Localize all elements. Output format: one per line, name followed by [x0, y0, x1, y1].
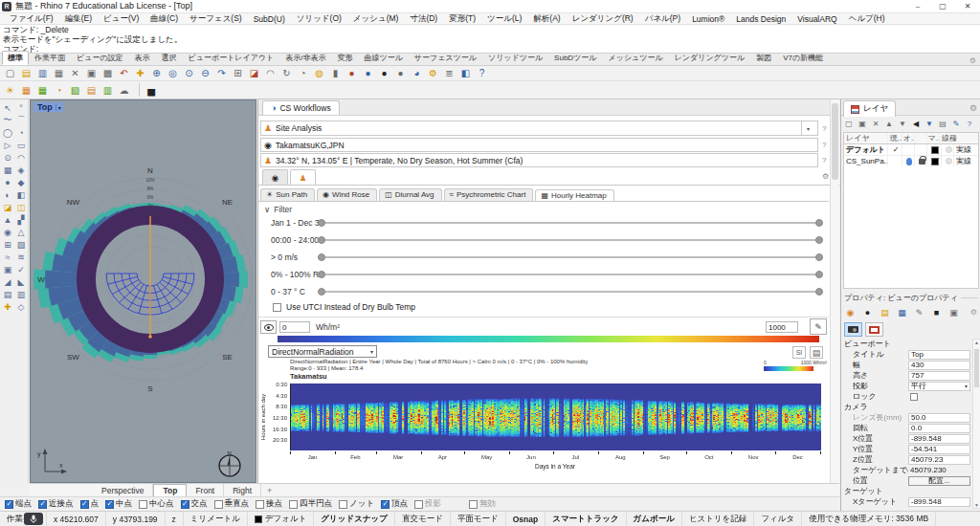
climate-subtab[interactable]: ♟: [290, 169, 316, 186]
paste-icon[interactable]: ▩: [100, 67, 115, 80]
viewport-top[interactable]: NNEESESSWWNW2%4%6%8%10% Top ▾ y x N: [30, 99, 256, 483]
cs-radiation-map-icon[interactable]: ▦: [19, 83, 33, 97]
scrollbar-thumb[interactable]: [832, 103, 838, 180]
polyline-icon[interactable]: ▷: [1, 139, 14, 151]
layers-gear-icon[interactable]: ⚙: [969, 103, 977, 113]
osnap-checkbox[interactable]: [181, 500, 189, 509]
osnap-toggle[interactable]: 端点: [5, 498, 32, 510]
slider-handle-min[interactable]: [318, 219, 325, 227]
osnap-checkbox[interactable]: [5, 500, 13, 509]
menu-item[interactable]: ツール(L): [481, 13, 527, 25]
properties-panel-icon[interactable]: ◧: [458, 67, 473, 80]
osnap-toggle[interactable]: 投影: [414, 498, 441, 510]
material-dot-icon[interactable]: [946, 158, 952, 164]
lock-icon[interactable]: [919, 159, 925, 164]
shear-icon[interactable]: ◢: [1, 275, 14, 288]
property-value[interactable]: 45079.230 ▾: [908, 466, 970, 475]
toolbar-tab[interactable]: 製図: [750, 51, 777, 65]
menu-item[interactable]: 編集(E): [59, 13, 98, 25]
point-icon[interactable]: °: [14, 101, 28, 114]
match-icon[interactable]: ≋: [14, 251, 28, 263]
menu-item[interactable]: SubD(U): [248, 14, 291, 24]
osnap-checkbox[interactable]: [289, 500, 298, 509]
osnap-toggle[interactable]: 無効: [469, 498, 496, 510]
toolbar-tab[interactable]: ビューポートレイアウト: [183, 51, 280, 65]
match-layer-icon[interactable]: ▤: [937, 119, 948, 130]
toolbar-tab[interactable]: レンダリングツール: [669, 51, 751, 65]
material-dot-icon[interactable]: [946, 146, 952, 153]
menu-item[interactable]: レンダリング(R): [567, 13, 639, 25]
scale-min-input[interactable]: 0: [279, 321, 310, 333]
layers-tab[interactable]: レイヤ: [843, 100, 896, 117]
cs-workflows-tab[interactable]: ◑ CS Workflows: [262, 100, 340, 115]
viewport-label[interactable]: Top ▾: [33, 102, 63, 112]
viewport-tab[interactable]: Right: [224, 484, 261, 496]
menu-item[interactable]: パネル(P): [639, 13, 686, 25]
options-gear-icon[interactable]: ⚙: [426, 67, 440, 80]
workflow-select[interactable]: ♟ Site Analysis ▾: [260, 121, 818, 136]
visibility-bulb-icon[interactable]: [906, 158, 912, 165]
property-value[interactable]: -899.548 ▾: [908, 497, 970, 507]
cs-daylight-icon[interactable]: ▦: [35, 83, 50, 97]
toolbar-tab[interactable]: 変形: [331, 51, 358, 65]
zoom-window-icon[interactable]: ◎: [166, 67, 180, 80]
layer-linetype[interactable]: 実線: [954, 144, 978, 155]
save-file-icon[interactable]: ▥: [35, 67, 50, 80]
display-rendered-icon[interactable]: ●: [377, 67, 391, 80]
group-icon[interactable]: ▣: [1, 263, 14, 275]
property-value[interactable]: -899.548 ▾: [908, 434, 970, 444]
move-icon[interactable]: ◔: [296, 67, 310, 80]
utci-checkbox[interactable]: [273, 303, 281, 312]
layer-color-swatch[interactable]: [931, 158, 939, 165]
cs-view-analysis-icon[interactable]: ▥: [100, 83, 115, 97]
property-value[interactable]: 50.0 ▾: [908, 413, 970, 423]
subtab-gear-icon[interactable]: ⚙: [822, 172, 829, 181]
toolbar-tab[interactable]: ソリッドツール: [482, 51, 548, 65]
status-segment[interactable]: ミリメートル: [184, 512, 248, 526]
display-shaded-icon[interactable]: ●: [361, 67, 375, 80]
rotate-view-icon[interactable]: ↻: [279, 67, 294, 80]
zoom-out-icon[interactable]: ⊖: [198, 67, 212, 80]
status-segment[interactable]: ヒストリを記録: [682, 512, 755, 526]
property-value[interactable]: ▾: [908, 392, 970, 402]
move-down-icon[interactable]: ▼: [897, 119, 908, 130]
property-value[interactable]: 430 ▾: [908, 361, 970, 370]
boolean-union-icon[interactable]: ◪: [1, 201, 14, 213]
named-views-icon[interactable]: ⊞: [231, 67, 245, 80]
status-segment[interactable]: スマートトラック: [546, 512, 626, 526]
new-layer-icon[interactable]: ▢: [843, 119, 855, 130]
chart-tab[interactable]: ◉ Wind Rose: [317, 188, 377, 201]
status-segment[interactable]: 平面モード: [451, 512, 506, 526]
cage-icon[interactable]: ▤: [1, 288, 14, 300]
toolbar-tab[interactable]: 表示/非表示: [279, 51, 331, 65]
lock-icon[interactable]: ▮: [328, 67, 343, 80]
heatmap-plot[interactable]: [290, 384, 820, 450]
slider-handle-max[interactable]: [815, 236, 823, 244]
pan-icon[interactable]: ✚: [133, 67, 147, 80]
cs-climate-icon[interactable]: ☀: [3, 83, 17, 97]
wallpaper-properties-tab[interactable]: [865, 322, 883, 337]
command-area[interactable]: コマンド: _Delete表示モードを"シェーディング"に設定しました。コマンド…: [0, 25, 980, 54]
menu-item[interactable]: ソリッド(O): [291, 13, 347, 25]
property-value[interactable]: 45079.23 ▾: [908, 455, 970, 465]
scale-visibility-button[interactable]: [260, 320, 277, 334]
menu-item[interactable]: メッシュ(M): [347, 13, 405, 25]
chamfer-icon[interactable]: ▞: [14, 213, 28, 226]
toolbar-tab[interactable]: 曲線ツール: [358, 51, 408, 65]
location-subtab[interactable]: ◉: [262, 169, 288, 186]
osnap-checkbox[interactable]: [38, 500, 47, 509]
edit-scale-button[interactable]: ✎: [810, 318, 827, 335]
status-segment[interactable]: デフォルト: [248, 512, 315, 526]
osnap-checkbox[interactable]: [469, 500, 478, 509]
osnap-checkbox[interactable]: [105, 500, 114, 509]
status-segment[interactable]: z: [166, 512, 184, 526]
scale-max-input[interactable]: 1000: [766, 321, 798, 333]
osnap-toggle[interactable]: 接点: [256, 498, 282, 510]
osnap-toggle[interactable]: ノット: [339, 498, 374, 510]
range-slider[interactable]: [320, 239, 821, 241]
move-up-icon[interactable]: ▲: [883, 119, 895, 130]
property-value[interactable]: Top ▾: [908, 350, 970, 360]
range-slider[interactable]: [320, 222, 821, 224]
viewport-tab[interactable]: Front: [187, 484, 224, 496]
metric-dropdown[interactable]: DirectNormalRadiation ▾: [268, 345, 377, 358]
